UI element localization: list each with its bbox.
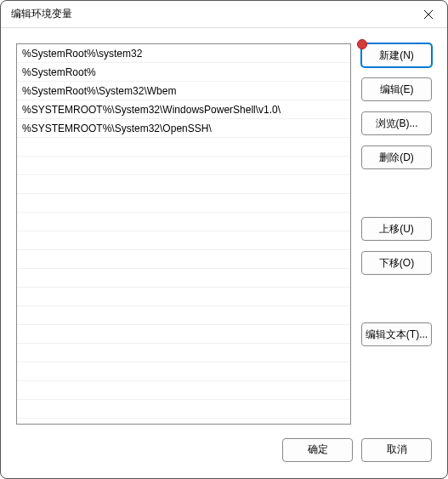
list-item[interactable]	[17, 194, 350, 213]
dialog-content: %SystemRoot%\system32 %SystemRoot% %Syst…	[1, 28, 447, 433]
move-down-button[interactable]: 下移(O)	[361, 251, 432, 275]
annotation-dot-icon	[357, 39, 367, 49]
button-column: 新建(N) 编辑(E) 浏览(B)... 删除(D) 上移(U) 下移(O) 编…	[361, 43, 432, 425]
env-var-edit-dialog: 编辑环境变量 %SystemRoot%\system32 %SystemRoot…	[0, 0, 448, 479]
list-item[interactable]	[17, 306, 350, 325]
list-item[interactable]	[17, 231, 350, 250]
list-item[interactable]	[17, 175, 350, 194]
close-icon	[424, 10, 433, 19]
cancel-button[interactable]: 取消	[361, 438, 432, 462]
list-item[interactable]	[17, 138, 350, 157]
list-item[interactable]	[17, 250, 350, 269]
new-button[interactable]: 新建(N)	[361, 43, 432, 67]
close-button[interactable]	[410, 1, 447, 28]
list-item[interactable]	[17, 381, 350, 400]
ok-button[interactable]: 确定	[282, 438, 353, 462]
list-item[interactable]: %SystemRoot%\System32\Wbem	[17, 82, 350, 100]
browse-button[interactable]: 浏览(B)...	[361, 111, 432, 135]
list-item[interactable]	[17, 269, 350, 288]
list-item[interactable]	[17, 325, 350, 344]
list-item[interactable]	[17, 288, 350, 306]
list-item[interactable]: %SYSTEMROOT%\System32\WindowsPowerShell\…	[17, 100, 350, 119]
list-item[interactable]	[17, 213, 350, 231]
move-up-button[interactable]: 上移(U)	[361, 217, 432, 241]
list-item[interactable]: %SystemRoot%	[17, 63, 350, 82]
edit-button[interactable]: 编辑(E)	[361, 77, 432, 101]
dialog-footer: 确定 取消	[1, 433, 447, 478]
list-item[interactable]	[17, 400, 350, 419]
path-list[interactable]: %SystemRoot%\system32 %SystemRoot% %Syst…	[16, 43, 351, 425]
list-item[interactable]	[17, 362, 350, 381]
list-item[interactable]: %SYSTEMROOT%\System32\OpenSSH\	[17, 119, 350, 138]
list-item[interactable]: %SystemRoot%\system32	[17, 44, 350, 63]
titlebar: 编辑环境变量	[1, 1, 447, 28]
delete-button[interactable]: 删除(D)	[361, 145, 432, 169]
dialog-title: 编辑环境变量	[11, 7, 72, 21]
list-item[interactable]	[17, 344, 350, 362]
edit-text-button[interactable]: 编辑文本(T)...	[361, 322, 432, 346]
list-item[interactable]	[17, 157, 350, 175]
